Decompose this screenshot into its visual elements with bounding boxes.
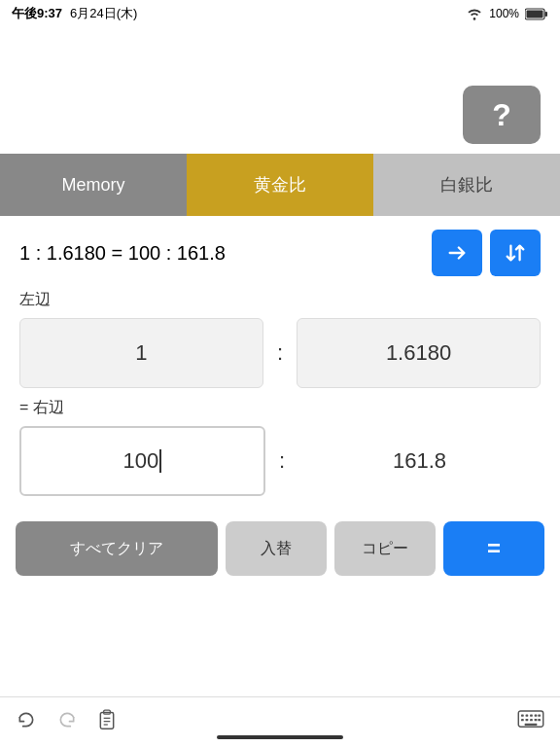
clipboard-button[interactable]	[97, 709, 117, 735]
home-indicator	[217, 735, 343, 739]
arrow-right-button[interactable]	[432, 230, 482, 276]
left-input-row: 1 : 1.6180	[0, 312, 560, 394]
status-date: 6月24日(木)	[70, 5, 137, 22]
keyboard-button[interactable]	[517, 714, 544, 733]
bottom-toolbar	[0, 696, 560, 747]
left-section-label: 左辺	[0, 286, 560, 312]
right-value1-box[interactable]: 100	[19, 426, 265, 496]
left-value1: 1	[135, 340, 147, 366]
svg-rect-13	[538, 715, 541, 717]
right-section-label: = 右辺	[0, 394, 560, 420]
svg-rect-14	[521, 719, 524, 721]
svg-rect-2	[527, 10, 543, 18]
battery-label: 100%	[489, 7, 519, 20]
svg-rect-18	[538, 719, 541, 721]
help-area: ?	[0, 27, 560, 154]
equal-button[interactable]: =	[443, 521, 544, 576]
svg-rect-15	[526, 719, 529, 721]
swap-arrow-button[interactable]	[490, 230, 541, 276]
tab-memory[interactable]: Memory	[0, 154, 187, 216]
toolbar-left	[16, 709, 117, 735]
cursor	[159, 449, 161, 473]
right-input-row: 100 : 161.8	[0, 420, 560, 502]
right-value2: 161.8	[393, 448, 446, 474]
redo-button[interactable]	[56, 710, 78, 734]
svg-rect-1	[545, 12, 548, 17]
clipboard-icon	[97, 709, 117, 730]
help-button[interactable]: ?	[463, 86, 541, 144]
undo-button[interactable]	[16, 710, 37, 734]
svg-rect-19	[525, 724, 538, 726]
copy-button[interactable]: コピー	[334, 521, 436, 576]
swap-button[interactable]: 入替	[226, 521, 327, 576]
left-value2: 1.6180	[386, 340, 451, 366]
status-time: 午後9:37	[12, 5, 62, 22]
svg-rect-11	[530, 715, 533, 717]
tab-golden[interactable]: 黄金比	[187, 154, 373, 216]
wifi-icon	[466, 7, 483, 20]
right-colon: :	[275, 448, 289, 474]
formula-row: 1 : 1.6180 = 100 : 161.8	[0, 220, 560, 286]
svg-rect-3	[100, 713, 113, 729]
right-value1: 100	[123, 448, 159, 474]
left-value1-box[interactable]: 1	[19, 318, 263, 388]
status-right: 100%	[466, 7, 548, 20]
undo-icon	[16, 710, 37, 729]
redo-icon	[56, 710, 78, 729]
left-value2-box[interactable]: 1.6180	[297, 318, 541, 388]
clear-button[interactable]: すべてクリア	[16, 521, 218, 576]
toolbar-right	[517, 710, 544, 734]
svg-rect-9	[521, 715, 524, 717]
battery-icon	[525, 8, 548, 20]
swap-arrow-icon	[505, 242, 526, 264]
svg-rect-16	[530, 719, 533, 721]
tab-bar: Memory 黄金比 白銀比	[0, 154, 560, 216]
tab-silver[interactable]: 白銀比	[373, 154, 560, 216]
formula-text: 1 : 1.6180 = 100 : 161.8	[19, 242, 226, 265]
help-icon: ?	[492, 97, 511, 133]
status-bar: 午後9:37 6月24日(木) 100%	[0, 0, 560, 27]
right-value2-display: 161.8	[298, 448, 541, 474]
formula-buttons	[432, 230, 541, 276]
keyboard-icon	[517, 710, 544, 729]
svg-rect-17	[535, 719, 538, 721]
left-colon: :	[273, 340, 287, 366]
arrow-right-icon	[446, 242, 468, 264]
svg-rect-10	[526, 715, 529, 717]
svg-rect-12	[535, 715, 538, 717]
bottom-buttons: すべてクリア 入替 コピー =	[0, 510, 560, 587]
